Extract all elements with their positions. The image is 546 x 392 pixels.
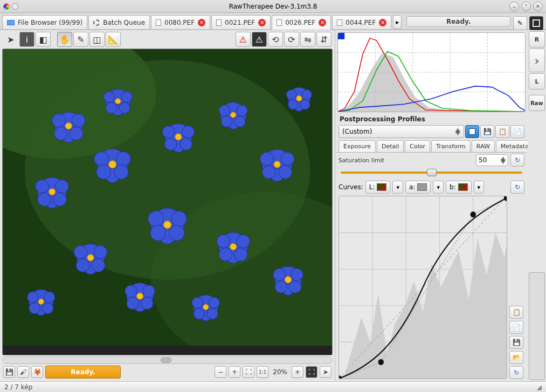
flip-v-button[interactable]: ⇵ [316, 32, 331, 47]
tab-label: 0044.PEF [345, 19, 376, 26]
chevron-updown-icon: ▲▼ [501, 157, 506, 163]
profile-copy-button[interactable]: 📋 [495, 125, 509, 138]
histogram [337, 32, 526, 112]
tone-curve[interactable] [338, 196, 507, 379]
scroll-panel[interactable] [529, 272, 545, 380]
folder-icon [7, 20, 15, 25]
svg-point-40 [219, 105, 230, 116]
bottom-toolbar: 💾 🖌 🦊 Ready. − + ⛶ 1:1 20% + ⛶ ➤ [1, 364, 334, 380]
zoom-100-button[interactable]: 1:1 [257, 366, 268, 378]
tab-file-0044[interactable]: 0044.PEF ✕ [332, 15, 391, 29]
tab-file-browser[interactable]: File Browser (99/99) [2, 15, 87, 29]
rotate-right-button[interactable]: ⟳ [284, 32, 299, 47]
picker-tool[interactable]: ✎ [73, 32, 88, 47]
saturation-limit-slider[interactable] [341, 170, 522, 175]
tab-file-0026[interactable]: 0026.PEF ✕ [272, 15, 331, 30]
curve-a-menu[interactable]: ▾ [433, 181, 444, 194]
svg-point-55 [171, 211, 187, 226]
curve-b-button[interactable]: b: [446, 181, 472, 194]
save-button[interactable]: 💾 [3, 366, 15, 378]
warning-highlight-button[interactable]: ⚠ [236, 32, 251, 47]
fullscreen-preview-button[interactable] [529, 16, 543, 30]
tab-transform[interactable]: Transform [431, 140, 471, 152]
minimize-button[interactable]: ⌄ [509, 2, 519, 11]
svg-point-82 [192, 297, 203, 308]
curve-a-button[interactable]: a: [405, 181, 431, 194]
close-tab-icon[interactable]: ✕ [379, 19, 386, 26]
curve-l-menu[interactable]: ▾ [392, 181, 403, 194]
plain-arrow-button[interactable]: ➤ [320, 366, 331, 378]
curve-paste-button[interactable]: 📄 [509, 321, 523, 334]
before-after-button[interactable]: ◧ [36, 32, 51, 47]
svg-point-97 [44, 292, 54, 302]
channel-r-button[interactable]: R [529, 31, 545, 47]
profile-paste-button[interactable]: 📄 [510, 125, 524, 138]
process-ready-button[interactable]: Ready. [45, 366, 121, 379]
rotate-left-button[interactable]: ⟲ [268, 32, 283, 47]
svg-point-38 [175, 134, 182, 140]
wand-button[interactable]: ✎ [513, 16, 527, 30]
svg-point-78 [127, 297, 139, 309]
image-preview[interactable] [2, 49, 333, 355]
svg-point-33 [162, 126, 174, 138]
send-to-queue-button[interactable]: 🖌 [17, 366, 29, 378]
channel-raw-button[interactable]: Raw [529, 95, 545, 111]
tab-raw[interactable]: RAW [472, 140, 495, 152]
curve-copy-button[interactable]: 📋 [509, 306, 523, 319]
image-scrollbar[interactable] [2, 356, 333, 364]
hide-panel-button[interactable]: › [529, 49, 545, 72]
saturation-limit-value: 50 [479, 156, 487, 164]
send-to-editor-button[interactable]: 🦊 [31, 366, 43, 378]
tab-detail[interactable]: Detail [377, 140, 404, 152]
saturation-limit-input[interactable]: 50 ▲▼ [476, 154, 508, 166]
maximize-button[interactable]: ⌃ [521, 2, 531, 11]
svg-point-93 [289, 281, 301, 293]
svg-point-50 [262, 166, 275, 178]
profile-save-as-button[interactable]: 💾 [480, 125, 494, 138]
file-icon [337, 19, 342, 26]
tab-scroll-right[interactable]: ▸ [393, 15, 402, 29]
resize-grip-icon[interactable]: ◢ [537, 383, 542, 391]
close-tab-icon[interactable]: ✕ [258, 19, 266, 26]
tab-exposure[interactable]: Exposure [338, 140, 376, 152]
reset-curves-button[interactable]: ↻ [510, 181, 524, 194]
svg-point-83 [209, 297, 219, 308]
curve-a-label: a: [409, 183, 415, 191]
close-window-button[interactable]: ✕ [533, 2, 543, 11]
curve-reset-button[interactable]: ↻ [509, 366, 523, 379]
tab-metadata[interactable]: Metadata [496, 140, 528, 152]
arrow-tool[interactable]: ➤ [3, 32, 18, 47]
hand-tool[interactable]: ✋ [57, 32, 72, 47]
profile-save-button[interactable] [465, 125, 479, 138]
reset-saturation-button[interactable]: ↻ [510, 154, 524, 167]
zoom-out-button[interactable]: − [215, 366, 226, 378]
svg-point-45 [231, 112, 236, 118]
saturation-limit-label: Saturation limit [338, 157, 474, 164]
fit-detail-button[interactable]: ⛶ [306, 366, 317, 378]
crop-tool[interactable]: ◫ [89, 32, 105, 47]
curve-l-button[interactable]: L: [365, 181, 391, 194]
flip-h-button[interactable]: ⇋ [300, 32, 315, 47]
straighten-tool[interactable]: 📐 [106, 32, 121, 47]
curve-load-button[interactable]: 📂 [509, 351, 523, 364]
status-text: 2 / 7 kép [4, 383, 32, 391]
top-toolbar: ➤ i ◧ ✋ ✎ ◫ 📐 ⚠ ⚠ ⟲ ⟳ ⇋ ⇵ [1, 31, 334, 47]
curve-save-button[interactable]: 💾 [509, 336, 523, 349]
warning-shadow-button[interactable]: ⚠ [252, 32, 267, 47]
channel-l-button[interactable]: L [529, 73, 545, 90]
tab-file-0080[interactable]: 0080.PEF ✕ [151, 15, 210, 29]
profile-combo[interactable]: (Custom) ▲▼ [338, 125, 464, 138]
close-tab-icon[interactable]: ✕ [319, 19, 326, 26]
panel-tabs: Exposure Detail Color Transform RAW Meta… [336, 139, 527, 152]
tab-color[interactable]: Color [405, 140, 430, 152]
new-detail-window-button[interactable]: + [292, 366, 303, 378]
svg-point-66 [87, 255, 94, 261]
tab-batch-queue[interactable]: Batch Queue [88, 15, 150, 29]
close-tab-icon[interactable]: ✕ [198, 19, 205, 26]
tab-file-0021[interactable]: 0021.PEF ✕ [211, 15, 271, 29]
curve-l-label: L: [369, 183, 375, 191]
curve-b-menu[interactable]: ▾ [474, 181, 485, 194]
zoom-in-button[interactable]: + [229, 366, 240, 378]
zoom-fit-button[interactable]: ⛶ [243, 366, 254, 378]
info-button[interactable]: i [19, 32, 34, 47]
